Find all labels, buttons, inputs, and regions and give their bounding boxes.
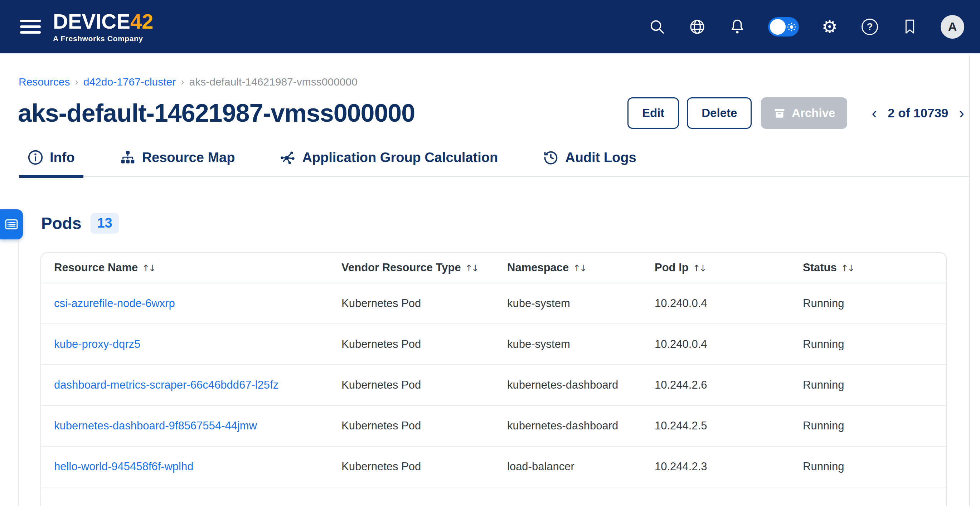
status-cell: Running	[803, 406, 946, 446]
breadcrumb-cluster[interactable]: d42do-1767-cluster	[83, 76, 176, 88]
record-position: 2 of 10739	[888, 106, 948, 120]
archive-button[interactable]: Archive	[761, 97, 847, 129]
resource-link[interactable]: hello-world-945458f6f-wplhd	[54, 460, 193, 473]
list-panel-icon	[4, 217, 19, 232]
column-pod-ip[interactable]: Pod Ip↑↓	[655, 253, 803, 283]
history-clock-icon	[543, 150, 559, 165]
vendor-resource-type-cell: Kubernetes Pod	[342, 283, 507, 324]
column-namespace[interactable]: Namespace↑↓	[507, 253, 655, 283]
page-scrollbar[interactable]	[969, 56, 970, 506]
logo[interactable]: DEVICE42 A Freshworks Company	[53, 11, 153, 42]
settings-gear-icon[interactable]: ⚙	[820, 18, 839, 36]
namespace-cell: kubernetes-dashboard	[507, 406, 655, 446]
column-vendor-resource-type[interactable]: Vendor Resource Type↑↓	[342, 253, 507, 283]
theme-toggle[interactable]	[768, 17, 799, 37]
sitemap-icon	[120, 150, 136, 165]
pods-table-card: Resource Name↑↓ Vendor Resource Type↑↓ N…	[40, 252, 947, 506]
tab-label: Application Group Calculation	[302, 150, 498, 165]
status-cell: Running	[803, 364, 946, 406]
logo-wordmark: DEVICE42	[53, 11, 153, 32]
table-row: csi-azurefile-node-6wxrpKubernetes Podku…	[41, 283, 946, 324]
resource-name-cell: kube-proxy-dqrz5	[41, 324, 342, 364]
namespace-cell: load-balancer	[507, 446, 655, 487]
table-row: kube-proxy-dqrz5Kubernetes Podkube-syste…	[41, 324, 946, 364]
table-header-row: Resource Name↑↓ Vendor Resource Type↑↓ N…	[41, 253, 946, 283]
help-icon[interactable]: ?	[861, 18, 879, 36]
application-group-icon	[280, 150, 296, 165]
delete-button[interactable]: Delete	[687, 97, 752, 129]
info-icon	[27, 150, 43, 165]
tab-bar: Info Resource Map	[19, 150, 970, 177]
resource-link[interactable]: csi-azurefile-node-6wxrp	[54, 297, 175, 310]
status-cell: Running	[803, 283, 946, 324]
globe-icon[interactable]	[688, 18, 706, 36]
sort-icon[interactable]: ↑↓	[142, 263, 155, 274]
sort-icon[interactable]: ↑↓	[693, 263, 706, 274]
bookmark-icon[interactable]	[900, 18, 919, 36]
search-icon[interactable]	[648, 18, 667, 36]
logo-subtitle: A Freshworks Company	[53, 35, 153, 42]
app: DEVICE42 A Freshworks Company	[0, 0, 980, 506]
resource-name-cell: kubernetes-dashboard-9f8567554-44jmw	[41, 406, 342, 446]
vendor-resource-type-cell: Kubernetes Pod	[342, 446, 507, 487]
menu-icon[interactable]	[20, 20, 41, 33]
breadcrumb-separator: ›	[181, 76, 184, 88]
column-resource-name[interactable]: Resource Name↑↓	[41, 253, 342, 283]
pods-table: Resource Name↑↓ Vendor Resource Type↑↓ N…	[41, 253, 946, 487]
breadcrumb: Resources › d42do-1767-cluster › aks-def…	[19, 76, 980, 88]
top-nav: DEVICE42 A Freshworks Company	[0, 0, 980, 54]
vendor-resource-type-cell: Kubernetes Pod	[342, 406, 507, 446]
sort-icon[interactable]: ↑↓	[841, 263, 854, 274]
page-title: aks-default-14621987-vmss000000	[18, 99, 415, 127]
pods-title: Pods	[41, 214, 81, 233]
breadcrumb-separator: ›	[75, 76, 78, 88]
namespace-cell: kubernetes-dashboard	[507, 364, 655, 406]
pod-ip-cell: 10.244.2.5	[655, 406, 803, 446]
avatar[interactable]: A	[941, 15, 964, 39]
pod-ip-cell: 10.244.2.3	[655, 446, 803, 487]
breadcrumb-current: aks-default-14621987-vmss000000	[189, 76, 358, 88]
toggle-knob	[770, 19, 786, 35]
namespace-cell: kube-system	[507, 283, 655, 324]
resource-name-cell: hello-world-945458f6f-wplhd	[41, 446, 342, 487]
edit-button[interactable]: Edit	[627, 97, 679, 129]
record-pager: ‹ 2 of 10739 ›	[870, 105, 966, 121]
header-actions: ⚙ ? A	[648, 15, 964, 39]
title-actions: Edit Delete Archive ‹ 2 of 10739 ›	[627, 97, 966, 129]
pods-section-header: Pods 13	[41, 213, 980, 234]
title-row: aks-default-14621987-vmss000000 Edit Del…	[18, 97, 966, 129]
breadcrumb-resources[interactable]: Resources	[19, 76, 70, 88]
pod-ip-cell: 10.240.0.4	[655, 283, 803, 324]
sun-icon	[787, 22, 796, 32]
status-cell: Running	[803, 324, 946, 364]
table-row: hello-world-945458f6f-wplhdKubernetes Po…	[41, 446, 946, 487]
tab-audit-logs[interactable]: Audit Logs	[535, 150, 644, 176]
table-row: kubernetes-dashboard-9f8567554-44jmwKube…	[41, 406, 946, 446]
resource-link[interactable]: kube-proxy-dqrz5	[54, 338, 140, 350]
pods-table-body: csi-azurefile-node-6wxrpKubernetes Podku…	[41, 283, 946, 487]
column-status[interactable]: Status↑↓	[803, 253, 946, 283]
notifications-bell-icon[interactable]	[728, 18, 747, 36]
tab-label: Resource Map	[142, 150, 235, 165]
status-cell: Running	[803, 446, 946, 487]
tab-info[interactable]: Info	[19, 150, 83, 176]
pod-ip-cell: 10.244.2.6	[655, 364, 803, 406]
table-row: dashboard-metrics-scraper-66c46bdd67-l25…	[41, 364, 946, 406]
sort-icon[interactable]: ↑↓	[573, 263, 586, 274]
side-panel-toggle[interactable]	[0, 209, 23, 239]
namespace-cell: kube-system	[507, 324, 655, 364]
tab-label: Info	[50, 150, 75, 165]
archive-label: Archive	[792, 106, 835, 120]
prev-record-chevron[interactable]: ‹	[870, 105, 878, 121]
archive-box-icon	[773, 107, 786, 119]
vendor-resource-type-cell: Kubernetes Pod	[342, 364, 507, 406]
resource-link[interactable]: dashboard-metrics-scraper-66c46bdd67-l25…	[54, 379, 278, 391]
left-panel-divider	[18, 240, 19, 506]
resource-link[interactable]: kubernetes-dashboard-9f8567554-44jmw	[54, 419, 257, 432]
resource-name-cell: csi-azurefile-node-6wxrp	[41, 283, 342, 324]
next-record-chevron[interactable]: ›	[958, 105, 966, 121]
tab-application-group-calculation[interactable]: Application Group Calculation	[271, 150, 506, 176]
pods-count-badge: 13	[91, 213, 118, 234]
tab-resource-map[interactable]: Resource Map	[111, 150, 244, 176]
sort-icon[interactable]: ↑↓	[465, 263, 478, 274]
